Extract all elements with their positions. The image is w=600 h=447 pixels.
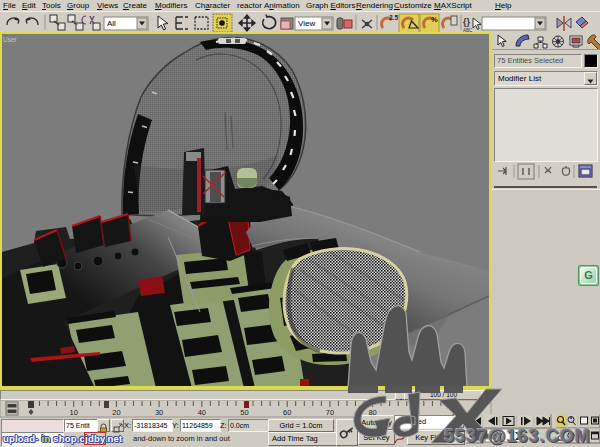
svg-text:40: 40 xyxy=(198,408,206,417)
svg-text:%: % xyxy=(431,15,438,24)
svg-text:{}: {} xyxy=(463,17,471,27)
svg-text:10: 10 xyxy=(70,408,78,417)
svg-text:View: View xyxy=(298,19,315,28)
svg-text:20: 20 xyxy=(112,408,120,417)
svg-text:30: 30 xyxy=(155,408,163,417)
svg-text:2.5: 2.5 xyxy=(389,14,398,21)
svg-text:50: 50 xyxy=(240,408,248,417)
svg-text:All: All xyxy=(107,19,116,28)
svg-text:70: 70 xyxy=(326,408,334,417)
svg-text:60: 60 xyxy=(283,408,291,417)
